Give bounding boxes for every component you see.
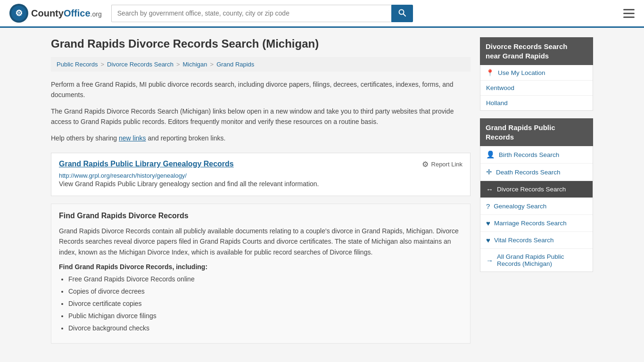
- report-link-label: Report Link: [431, 161, 462, 168]
- death-records-label: Death Records Search: [496, 169, 561, 176]
- find-list-item: Public Michigan divorce filings: [68, 311, 462, 321]
- content-area: Grand Rapids Divorce Records Search (Mic…: [51, 37, 471, 351]
- breadcrumb-public-records[interactable]: Public Records: [57, 61, 98, 68]
- new-links-link[interactable]: new links: [119, 134, 146, 142]
- sidebar-nearby-list: 📍 Use My Location Kentwood Holland: [480, 65, 593, 111]
- breadcrumb-divorce-records[interactable]: Divorce Records Search: [107, 61, 173, 68]
- description-1: Perform a free Grand Rapids, MI public d…: [51, 79, 471, 100]
- logo-text: CountyOffice.org: [31, 8, 102, 19]
- death-icon: ✛: [486, 168, 492, 176]
- report-link-button[interactable]: ⚙ Report Link: [422, 160, 462, 169]
- nearby-kentwood[interactable]: Kentwood: [480, 81, 593, 96]
- svg-text:⚙: ⚙: [15, 8, 23, 18]
- vital-icon: ♥: [486, 236, 490, 244]
- record-card-header: Grand Rapids Public Library Genealogy Re…: [59, 160, 462, 169]
- nearby-holland[interactable]: Holland: [480, 96, 593, 110]
- kentwood-link[interactable]: Kentwood: [486, 84, 514, 91]
- record-card-title[interactable]: Grand Rapids Public Library Genealogy Re…: [59, 160, 234, 168]
- birth-icon: 👤: [486, 150, 495, 159]
- search-input[interactable]: [111, 5, 391, 22]
- genealogy-label: Genealogy Search: [494, 203, 546, 210]
- all-records-label: All Grand Rapids Public Records (Michiga…: [497, 253, 587, 267]
- description-2: The Grand Rapids Divorce Records Search …: [51, 106, 471, 127]
- use-location-link[interactable]: Use My Location: [498, 69, 545, 76]
- genealogy-icon: ?: [486, 202, 490, 210]
- sidebar-divorce-records[interactable]: ↔ Divorce Records Search: [480, 181, 593, 198]
- logo-icon: ⚙: [9, 4, 28, 23]
- use-location-item[interactable]: 📍 Use My Location: [480, 65, 593, 81]
- header: ⚙ CountyOffice.org: [0, 0, 644, 28]
- find-list-item: Divorce background checks: [68, 323, 462, 333]
- hamburger-menu-icon[interactable]: [623, 9, 635, 18]
- breadcrumb-sep-2: >: [176, 61, 180, 68]
- record-description: View Grand Rapids Public Library genealo…: [59, 179, 462, 189]
- sidebar-genealogy[interactable]: ? Genealogy Search: [480, 198, 593, 215]
- divorce-records-label: Divorce Records Search: [497, 186, 566, 193]
- find-list-heading: Find Grand Rapids Divorce Records, inclu…: [59, 263, 462, 271]
- find-section-body: Grand Rapids Divorce Records contain all…: [59, 226, 462, 257]
- help-text-after: and reporting broken links.: [146, 134, 226, 142]
- report-icon: ⚙: [422, 160, 429, 169]
- birth-records-label: Birth Records Search: [499, 151, 559, 158]
- location-icon: 📍: [486, 69, 494, 76]
- main-container: Grand Rapids Divorce Records Search (Mic…: [44, 28, 600, 361]
- find-section: Find Grand Rapids Divorce Records Grand …: [51, 204, 471, 344]
- sidebar-death-records[interactable]: ✛ Death Records Search: [480, 164, 593, 181]
- breadcrumb: Public Records > Divorce Records Search …: [51, 57, 471, 72]
- divorce-icon: ↔: [486, 185, 493, 193]
- use-location-label[interactable]: Use My Location: [498, 69, 545, 76]
- search-area: [111, 5, 413, 22]
- find-section-heading: Find Grand Rapids Divorce Records: [59, 212, 462, 220]
- sidebar-marriage-records[interactable]: ♥ Marriage Records Search: [480, 215, 593, 232]
- sidebar-birth-records[interactable]: 👤 Birth Records Search: [480, 146, 593, 164]
- sidebar-public-records-items: 👤 Birth Records Search ✛ Death Records S…: [480, 146, 593, 272]
- find-list-item: Copies of divorce decrees: [68, 287, 462, 296]
- marriage-records-label: Marriage Records Search: [494, 220, 567, 227]
- vital-records-label: Vital Records Search: [494, 237, 554, 244]
- breadcrumb-grand-rapids[interactable]: Grand Rapids: [216, 61, 254, 68]
- page-title: Grand Rapids Divorce Records Search (Mic…: [51, 37, 471, 50]
- record-url[interactable]: http://www.grpl.org/research/history/gen…: [59, 172, 187, 179]
- search-icon: [398, 9, 406, 16]
- logo-area[interactable]: ⚙ CountyOffice.org: [9, 4, 102, 23]
- record-card: Grand Rapids Public Library Genealogy Re…: [51, 153, 471, 196]
- find-list-item: Divorce certificate copies: [68, 299, 462, 309]
- holland-link[interactable]: Holland: [486, 99, 508, 107]
- svg-line-4: [403, 14, 405, 16]
- sidebar-vital-records[interactable]: ♥ Vital Records Search: [480, 232, 593, 249]
- marriage-icon: ♥: [486, 219, 490, 227]
- help-text: Help others by sharing new links and rep…: [51, 133, 471, 143]
- sidebar-nearby-title: Divorce Records Searchnear Grand Rapids: [480, 37, 593, 65]
- sidebar-public-records-section: Grand Rapids PublicRecords 👤 Birth Recor…: [480, 118, 593, 272]
- sidebar-public-records-title: Grand Rapids PublicRecords: [480, 118, 593, 146]
- breadcrumb-sep-3: >: [210, 61, 214, 68]
- sidebar: Divorce Records Searchnear Grand Rapids …: [480, 37, 593, 351]
- sidebar-all-records[interactable]: → All Grand Rapids Public Records (Michi…: [480, 249, 593, 272]
- search-button[interactable]: [391, 5, 413, 22]
- find-list: Free Grand Rapids Divorce Records online…: [68, 274, 462, 333]
- help-text-before: Help others by sharing: [51, 134, 119, 142]
- sidebar-nearby-section: Divorce Records Searchnear Grand Rapids …: [480, 37, 593, 111]
- breadcrumb-michigan[interactable]: Michigan: [183, 61, 207, 68]
- breadcrumb-sep-1: >: [100, 61, 104, 68]
- find-list-item: Free Grand Rapids Divorce Records online: [68, 274, 462, 284]
- all-records-icon: →: [486, 256, 493, 264]
